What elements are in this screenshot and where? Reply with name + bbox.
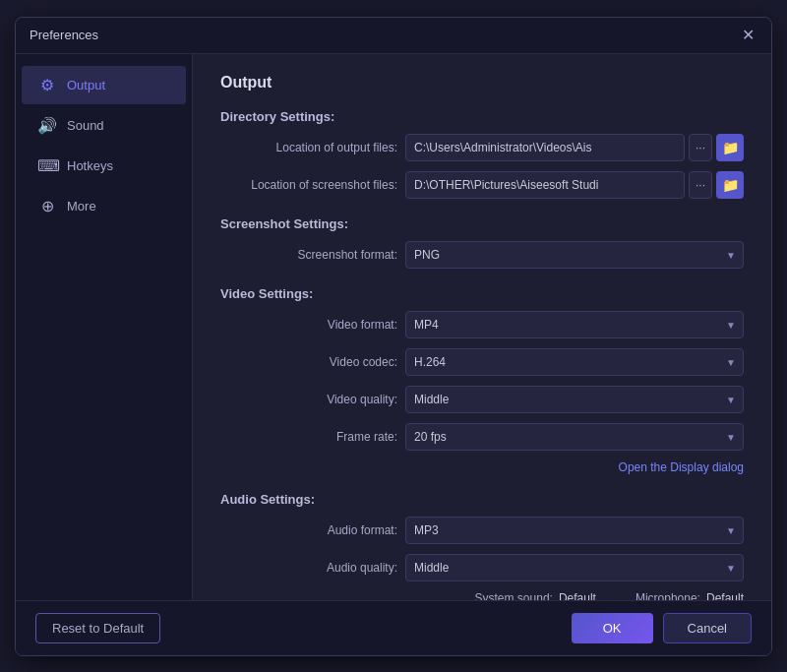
output-location-row: Location of output files: ··· 📁: [220, 134, 744, 161]
title-bar: Preferences ✕: [16, 18, 771, 54]
screenshot-location-row: Location of screenshot files: ··· 📁: [220, 171, 744, 199]
reset-button[interactable]: Reset to Default: [35, 613, 160, 643]
audio-info-row: System sound: Default Microphone: Defaul…: [220, 591, 744, 600]
frame-rate-row: Frame rate: 20 fps 24 fps 30 fps 60 fps …: [220, 423, 744, 451]
audio-format-label: Audio format:: [220, 523, 397, 537]
cancel-button[interactable]: Cancel: [663, 613, 752, 643]
video-codec-wrapper: H.264 H.265 VP9 ▼: [405, 348, 744, 376]
screenshot-settings-label: Screenshot Settings:: [220, 216, 744, 231]
audio-format-select[interactable]: MP3 AAC WAV FLAC: [405, 517, 744, 544]
screenshot-location-input[interactable]: [405, 171, 685, 199]
sidebar-label-hotkeys: Hotkeys: [67, 158, 113, 173]
sidebar-item-hotkeys[interactable]: ⌨ Hotkeys: [22, 147, 186, 185]
sidebar-label-sound: Sound: [67, 118, 104, 133]
audio-format-row: Audio format: MP3 AAC WAV FLAC ▼: [220, 517, 744, 544]
microphone-label: Microphone:: [636, 591, 700, 600]
microphone-value: Default: [706, 591, 744, 600]
audio-quality-row: Audio quality: High Middle Low ▼: [220, 554, 744, 581]
audio-quality-label: Audio quality:: [220, 561, 397, 575]
output-location-input[interactable]: [405, 134, 685, 161]
output-folder-button[interactable]: 📁: [716, 134, 744, 161]
close-button[interactable]: ✕: [738, 26, 757, 45]
video-format-wrapper: MP4 AVI MOV MKV ▼: [405, 311, 744, 338]
content-area: Output Directory Settings: Location of o…: [193, 54, 771, 600]
system-sound-value: Default: [559, 591, 596, 600]
video-quality-select[interactable]: High Middle Low: [405, 386, 744, 413]
video-codec-label: Video codec:: [220, 355, 397, 369]
dialog-buttons: OK Cancel: [572, 613, 752, 643]
video-quality-wrapper: High Middle Low ▼: [405, 386, 744, 413]
audio-format-wrapper: MP3 AAC WAV FLAC ▼: [405, 517, 744, 544]
screenshot-location-label: Location of screenshot files:: [220, 178, 397, 192]
frame-rate-wrapper: 20 fps 24 fps 30 fps 60 fps ▼: [405, 423, 744, 451]
screenshot-format-row: Screenshot format: PNG JPG BMP GIF ▼: [220, 241, 744, 269]
bottom-bar: Reset to Default OK Cancel: [16, 600, 771, 655]
frame-rate-select[interactable]: 20 fps 24 fps 30 fps 60 fps: [405, 423, 744, 451]
screenshot-format-select[interactable]: PNG JPG BMP GIF: [405, 241, 744, 269]
directory-settings-label: Directory Settings:: [220, 109, 744, 124]
screenshot-format-wrapper: PNG JPG BMP GIF ▼: [405, 241, 744, 269]
output-location-label: Location of output files:: [220, 141, 397, 154]
screenshot-path-container: ··· 📁: [405, 171, 744, 199]
system-sound-item: System sound: Default: [475, 591, 596, 600]
video-quality-row: Video quality: High Middle Low ▼: [220, 386, 744, 413]
sidebar: ⚙ Output 🔊 Sound ⌨ Hotkeys ⊕ More: [16, 54, 193, 600]
screenshot-format-label: Screenshot format:: [220, 248, 397, 262]
main-area: ⚙ Output 🔊 Sound ⌨ Hotkeys ⊕ More Output…: [16, 54, 771, 600]
video-codec-row: Video codec: H.264 H.265 VP9 ▼: [220, 348, 744, 376]
folder-icon-2: 📁: [722, 177, 739, 193]
video-settings-label: Video Settings:: [220, 286, 744, 301]
video-format-label: Video format:: [220, 318, 397, 332]
hotkeys-icon: ⌨: [37, 156, 57, 175]
audio-settings-label: Audio Settings:: [220, 492, 744, 507]
folder-icon: 📁: [722, 140, 739, 155]
ok-button[interactable]: OK: [572, 613, 653, 643]
sidebar-item-output[interactable]: ⚙ Output: [22, 66, 186, 104]
microphone-item: Microphone: Default: [636, 591, 744, 600]
video-format-select[interactable]: MP4 AVI MOV MKV: [405, 311, 744, 338]
sidebar-label-more: More: [67, 199, 96, 214]
output-dots-button[interactable]: ···: [689, 134, 712, 161]
sound-icon: 🔊: [37, 116, 57, 135]
system-sound-label: System sound:: [475, 591, 553, 600]
screenshot-dots-button[interactable]: ···: [689, 171, 712, 199]
dialog-title: Preferences: [30, 28, 98, 42]
video-format-row: Video format: MP4 AVI MOV MKV ▼: [220, 311, 744, 338]
sidebar-item-sound[interactable]: 🔊 Sound: [22, 106, 186, 145]
more-icon: ⊕: [37, 197, 57, 215]
open-display-dialog-link[interactable]: Open the Display dialog: [220, 460, 744, 474]
video-quality-label: Video quality:: [220, 393, 397, 406]
audio-quality-select[interactable]: High Middle Low: [405, 554, 744, 581]
output-path-container: ··· 📁: [405, 134, 744, 161]
audio-quality-wrapper: High Middle Low ▼: [405, 554, 744, 581]
output-icon: ⚙: [37, 76, 57, 94]
video-codec-select[interactable]: H.264 H.265 VP9: [405, 348, 744, 376]
output-section-title: Output: [220, 74, 744, 92]
frame-rate-label: Frame rate:: [220, 430, 397, 444]
sidebar-label-output: Output: [67, 78, 105, 92]
preferences-dialog: Preferences ✕ ⚙ Output 🔊 Sound ⌨ Hotkeys…: [15, 17, 772, 656]
sidebar-item-more[interactable]: ⊕ More: [22, 187, 186, 225]
screenshot-folder-button[interactable]: 📁: [716, 171, 744, 199]
